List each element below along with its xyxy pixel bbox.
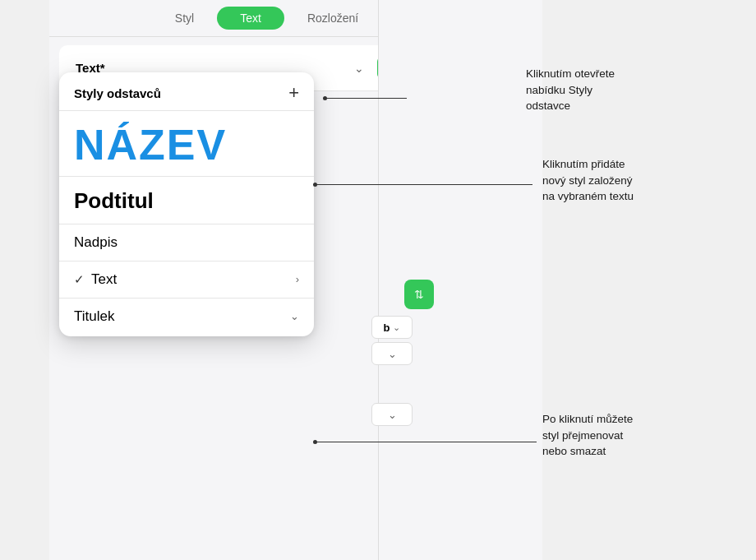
- small-arrows-icon: ⌄: [393, 322, 400, 333]
- annotation-line-1-h: [325, 98, 407, 99]
- nadpis-label: Nadpis: [74, 234, 118, 250]
- chevron-right-icon: ›: [296, 273, 299, 285]
- chevron-down-icon: ⌄: [354, 62, 364, 75]
- checkmark-icon: ✓: [74, 272, 85, 287]
- callout-1: Kliknutím otevřete nabídku Styly odstavc…: [526, 66, 615, 114]
- text-label: Text: [91, 271, 117, 288]
- nazev-label: NÁZEV: [74, 121, 227, 169]
- annotation-dot-3: [313, 440, 317, 444]
- dropdown-title: Styly odstavců: [74, 86, 161, 100]
- annotation-dot-2: [313, 183, 317, 187]
- callout-2: Kliknutím přidáte nový styl založený na …: [542, 156, 634, 205]
- label-b: b: [384, 322, 390, 334]
- callout-1-text: Kliknutím otevřete nabídku Styly odstavc…: [526, 66, 615, 114]
- style-item-titulek[interactable]: Titulek ⌄: [59, 299, 314, 336]
- annotation-line-3-h: [315, 442, 537, 442]
- annotation-line-2-h: [315, 184, 532, 185]
- text-item-left: ✓ Text: [74, 271, 117, 288]
- style-item-text[interactable]: ✓ Text ›: [59, 261, 314, 299]
- callout-3-text: Po kliknutí můžete styl přejmenovat nebo…: [542, 411, 633, 460]
- right-panel: [378, 0, 542, 560]
- tab-rozlozeni[interactable]: Rozložení: [284, 7, 381, 30]
- chevron-down-small-icon: ⌄: [290, 310, 299, 322]
- tab-styl[interactable]: Styl: [152, 7, 217, 30]
- callout-3: Po kliknutí můžete styl přejmenovat nebo…: [542, 411, 633, 460]
- style-item-nazev[interactable]: NÁZEV: [59, 111, 314, 177]
- paragraph-styles-dropdown: Styly odstavců + NÁZEV Podtitul Nadpis ✓…: [59, 72, 314, 336]
- style-item-podtitul[interactable]: Podtitul: [59, 177, 314, 224]
- add-style-button[interactable]: +: [288, 84, 299, 102]
- callout-2-text: Kliknutím přidáte nový styl založený na …: [542, 156, 634, 205]
- tab-text[interactable]: Text: [217, 7, 284, 30]
- stepper-control-white-1[interactable]: b ⌄: [371, 316, 413, 339]
- small-chevron-icon: ⌄: [388, 348, 397, 360]
- dropdown-header: Styly odstavců +: [59, 72, 314, 111]
- stepper-control-white-2[interactable]: ⌄: [371, 342, 413, 365]
- style-item-nadpis[interactable]: Nadpis: [59, 224, 314, 261]
- titulek-label: Titulek: [74, 308, 114, 325]
- small-chevron-icon-2: ⌄: [388, 409, 397, 421]
- stepper-control-green[interactable]: ⇅: [404, 280, 434, 309]
- stepper-control-white-3[interactable]: ⌄: [371, 403, 413, 426]
- annotation-dot-1: [323, 96, 327, 100]
- podtitul-label: Podtitul: [74, 188, 154, 213]
- up-down-arrows-icon: ⇅: [414, 288, 424, 301]
